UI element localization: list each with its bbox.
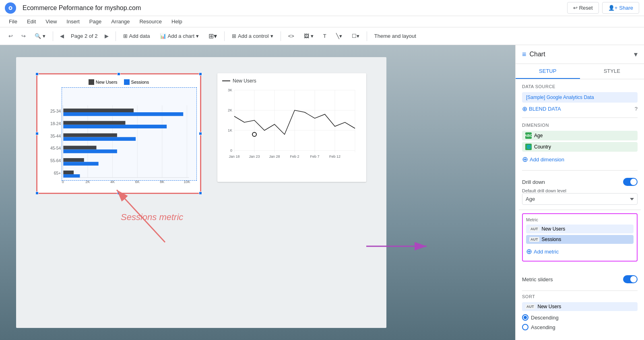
line-icon: ╲▾ (336, 33, 342, 39)
dim-age-icon: ABC (525, 132, 532, 139)
add-chart-chevron: ▾ (196, 33, 199, 39)
metric-sessions-icon: AUT (529, 237, 539, 242)
panel-close-button[interactable]: ▾ (634, 50, 638, 59)
panel-header-icon: ≡ (522, 50, 526, 59)
metric-title: Metric (526, 217, 634, 222)
panel-title: Chart (530, 51, 631, 58)
line-chart-container[interactable]: New Users 3K 2K (217, 73, 366, 182)
next-page-button[interactable]: ▶ (101, 31, 112, 42)
menu-file[interactable]: File (5, 17, 21, 26)
menu-help[interactable]: Help (167, 17, 186, 26)
report-canvas: New Users Sessions 25-34 18-24 35-44 (16, 57, 386, 328)
drill-down-label: Drill down (522, 179, 545, 185)
line-chart-title: New Users (222, 78, 361, 84)
sort-field-item[interactable]: AUT New Users (522, 302, 638, 311)
metric-item-new-users[interactable]: AUT New Users (526, 225, 634, 233)
code-icon: <> (288, 33, 294, 39)
svg-text:1K: 1K (228, 128, 232, 132)
shape-button[interactable]: ☐▾ (348, 31, 363, 41)
text-button[interactable]: T (319, 31, 330, 41)
blend-data-link[interactable]: ⊕ BLEND DATA ? (522, 105, 638, 113)
menu-view[interactable]: View (41, 17, 61, 26)
metric-outer-section: Metric AUT New Users AUT Sessions ⊕ Add … (516, 210, 644, 268)
metric-sessions-label: Sessions (542, 237, 561, 242)
metric-sliders-row: Metric sliders (522, 273, 638, 286)
handle-bl[interactable] (35, 192, 39, 195)
menu-arrange[interactable]: Arrange (107, 17, 134, 26)
data-source-label: Data source (522, 84, 638, 89)
svg-point-2 (10, 7, 12, 9)
dimension-item-country[interactable]: 🌐 Country (522, 142, 638, 152)
svg-text:Jan 23: Jan 23 (249, 155, 260, 159)
svg-text:0: 0 (230, 148, 232, 152)
more-charts-button[interactable]: ⊞▾ (204, 30, 221, 42)
canvas-area: New Users Sessions 25-34 18-24 35-44 (0, 45, 515, 340)
legend-sessions-label: Sessions (131, 80, 149, 84)
svg-text:3K: 3K (228, 88, 232, 92)
metric-sliders-section: Metric sliders (516, 268, 644, 291)
menu-page[interactable]: Page (85, 17, 105, 26)
sort-ascending-row[interactable]: Ascending (522, 322, 638, 332)
sort-section: Sort AUT New Users Descending Ascending (516, 291, 644, 335)
metric-new-users-icon: AUT (529, 227, 539, 231)
menu-edit[interactable]: Edit (23, 17, 40, 26)
undo-button[interactable]: ↩ (5, 31, 16, 42)
handle-tl[interactable] (35, 72, 39, 76)
text-icon: T (323, 33, 326, 39)
right-panel: ≡ Chart ▾ SETUP STYLE Data source [Sampl… (515, 45, 644, 340)
shape-icon: ☐▾ (352, 33, 359, 39)
prev-page-button[interactable]: ◀ (56, 31, 68, 42)
dimension-label: Dimension (522, 123, 638, 128)
data-source-chip[interactable]: [Sample] Google Analytics Data (522, 92, 638, 103)
metric-sliders-toggle[interactable] (623, 275, 638, 283)
theme-layout-button[interactable]: Theme and layout (370, 31, 420, 41)
handle-mr[interactable] (199, 132, 202, 135)
blend-data-plus: ⊕ (522, 105, 527, 113)
dimension-section: Dimension ABC Age 🌐 Country ⊕ Add dimens… (516, 118, 644, 170)
handle-tr[interactable] (199, 72, 202, 76)
share-button[interactable]: 👤+ Share (602, 2, 639, 14)
tab-style[interactable]: STYLE (580, 64, 644, 79)
svg-text:Feb 12: Feb 12 (329, 155, 341, 159)
add-metric-link[interactable]: ⊕ Add metric (526, 245, 634, 258)
svg-text:45-54: 45-54 (50, 146, 61, 150)
drill-down-sublabel: Default drill down level (522, 188, 638, 193)
zoom-button[interactable]: 🔍 ▾ (31, 31, 50, 41)
reset-icon: ↩ (573, 5, 578, 11)
add-data-button[interactable]: ⊞ Add data (119, 31, 154, 41)
svg-text:Feb 2: Feb 2 (290, 155, 299, 159)
reset-button[interactable]: ↩ Reset (567, 2, 599, 14)
add-control-button[interactable]: ⊞ Add a control ▾ (228, 31, 277, 41)
drill-down-section: Drill down Default drill down level Age (516, 171, 644, 210)
sort-descending-radio[interactable] (522, 314, 528, 321)
sort-ascending-radio[interactable] (522, 324, 528, 330)
tab-setup[interactable]: SETUP (516, 64, 580, 79)
drill-down-select[interactable]: Age (522, 193, 638, 205)
add-dimension-link[interactable]: ⊕ Add dimension (522, 153, 638, 165)
metric-item-sessions[interactable]: AUT Sessions (526, 235, 634, 244)
menu-resource[interactable]: Resource (135, 17, 166, 26)
image-button[interactable]: 🖼 ▾ (300, 31, 318, 41)
handle-tm[interactable] (117, 72, 120, 76)
line-button[interactable]: ╲▾ (332, 31, 346, 41)
sort-descending-row[interactable]: Descending (522, 313, 638, 322)
line-chart-svg: 3K 2K 1K 0 Jan 18 Jan 23 Jan 28 Feb 2 Fe… (222, 86, 359, 175)
panel-tabs: SETUP STYLE (516, 64, 644, 79)
data-source-section: Data source [Sample] Google Analytics Da… (516, 79, 644, 117)
svg-text:Jan 18: Jan 18 (229, 155, 239, 159)
svg-text:18-24: 18-24 (50, 122, 61, 126)
metric-sliders-label: Metric sliders (522, 276, 553, 282)
add-chart-button[interactable]: 📊 Add a chart ▾ (156, 31, 203, 41)
redo-button[interactable]: ↪ (18, 31, 29, 42)
handle-br[interactable] (199, 192, 202, 195)
code-button[interactable]: <> (284, 31, 298, 41)
add-control-chevron: ▾ (270, 33, 273, 39)
page-indicator: Page 2 of 2 (69, 33, 99, 39)
add-metric-plus: ⊕ (526, 247, 532, 256)
legend-new-users-color (89, 79, 94, 85)
menu-insert[interactable]: Insert (62, 17, 84, 26)
dimension-item-age[interactable]: ABC Age (522, 131, 638, 140)
handle-ml[interactable] (35, 132, 39, 135)
drill-down-toggle[interactable] (623, 178, 638, 186)
blend-data-help[interactable]: ? (635, 106, 638, 112)
